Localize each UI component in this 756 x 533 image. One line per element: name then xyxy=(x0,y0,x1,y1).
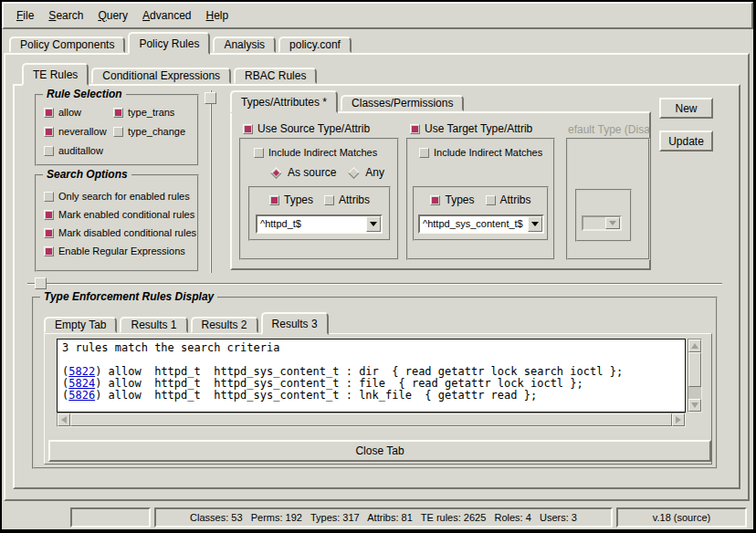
tab-rbac-rules[interactable]: RBAC Rules xyxy=(234,68,317,84)
pane-sash-grip-vertical[interactable] xyxy=(205,92,216,104)
checkbox-indicator xyxy=(254,148,264,158)
source-types-frame: Types Attribs ^httpd_t$ xyxy=(248,186,391,241)
rule-id-link[interactable]: 5824 xyxy=(68,377,95,390)
checkbox-label: Attribs xyxy=(339,193,370,206)
checkbox-target-types[interactable]: Types xyxy=(430,193,474,206)
menu-advanced[interactable]: Advanced xyxy=(142,9,191,22)
new-button[interactable]: New xyxy=(659,98,713,119)
combobox-value[interactable]: ^httpd_t$ xyxy=(257,216,366,232)
checkbox-allow[interactable]: allow xyxy=(44,107,113,118)
checkbox-label: Include Indirect Matches xyxy=(434,147,542,158)
menu-label: ile xyxy=(23,9,34,22)
checkbox-type-trans[interactable]: type_trans xyxy=(113,107,197,118)
tab-types-attributes[interactable]: Types/Attributes * xyxy=(230,90,338,113)
checkbox-indicator xyxy=(324,195,334,205)
checkbox-source-types[interactable]: Types xyxy=(269,193,313,206)
menu-help[interactable]: Help xyxy=(205,9,228,22)
checkbox-target-attribs[interactable]: Attribs xyxy=(486,193,531,206)
tab-results-2[interactable]: Results 2 xyxy=(191,317,258,333)
tab-label: Results 2 xyxy=(202,319,247,331)
checkbox-indicator xyxy=(243,124,253,134)
menu-search[interactable]: Search xyxy=(48,9,83,22)
tab-empty[interactable]: Empty Tab xyxy=(44,317,117,333)
target-types-row: Types Attribs xyxy=(415,193,547,206)
checkbox-only-enabled-rules[interactable]: Only search for enabled rules xyxy=(44,191,197,202)
checkbox-use-source-type[interactable]: Use Source Type/Attrib xyxy=(243,122,370,135)
checkbox-indicator xyxy=(410,124,420,134)
scrollbar-thumb[interactable] xyxy=(70,413,672,426)
group-title: Type Enforcement Rules Display xyxy=(40,290,217,303)
tab-label: Analysis xyxy=(224,38,265,51)
checkbox-indicator xyxy=(44,108,54,118)
radio-indicator xyxy=(270,167,282,179)
arrow-down-icon[interactable] xyxy=(688,399,701,412)
radio-any[interactable]: Any xyxy=(348,166,384,179)
checkbox-neverallow[interactable]: neverallow xyxy=(44,126,113,137)
chevron-down-icon[interactable] xyxy=(528,216,542,232)
menu-file[interactable]: File xyxy=(16,9,34,22)
results-text-area[interactable]: 3 rules match the search criteria (5822)… xyxy=(57,339,686,413)
combobox-value[interactable]: ^httpd_sys_content_t$ xyxy=(420,216,528,232)
radio-as-source[interactable]: As source xyxy=(270,166,336,179)
results-horizontal-scrollbar[interactable] xyxy=(57,413,686,427)
checkbox-use-target-type[interactable]: Use Target Type/Attrib xyxy=(410,122,532,135)
checkbox-label: neverallow xyxy=(58,126,107,137)
tab-label: Empty Tab xyxy=(55,319,106,331)
rule-id-link[interactable]: 5822 xyxy=(68,365,95,378)
checkbox-indicator xyxy=(269,195,279,205)
checkbox-enable-regex[interactable]: Enable Regular Expressions xyxy=(44,246,197,256)
checkbox-target-indirect[interactable]: Include Indirect Matches xyxy=(419,147,542,158)
checkbox-type-change[interactable]: type_change xyxy=(113,126,197,137)
checkbox-auditallow[interactable]: auditallow xyxy=(44,145,113,156)
menu-label: Q xyxy=(98,9,106,22)
target-type-combobox[interactable]: ^httpd_sys_content_t$ xyxy=(418,214,544,234)
tab-policy-conf[interactable]: policy.conf xyxy=(278,37,352,53)
tab-label: Policy Components xyxy=(20,38,114,51)
arrow-right-icon[interactable] xyxy=(672,413,685,426)
checkbox-indicator xyxy=(419,148,429,158)
update-button[interactable]: Update xyxy=(659,131,713,152)
pane-sash-grip-horizontal[interactable] xyxy=(35,277,47,289)
checkbox-source-attribs[interactable]: Attribs xyxy=(324,193,370,206)
source-type-combobox[interactable]: ^httpd_t$ xyxy=(256,214,383,234)
results-vertical-scrollbar[interactable] xyxy=(688,339,702,413)
rule-text: ) allow httpd_t httpd_sys_content_t : fi… xyxy=(95,377,583,390)
tab-label: TE Rules xyxy=(33,68,78,81)
chevron-down-icon[interactable] xyxy=(366,216,381,232)
tab-te-rules[interactable]: TE Rules xyxy=(22,63,89,86)
tab-results-3[interactable]: Results 3 xyxy=(261,312,329,335)
apol-window: File Search Query Advanced Help Policy C… xyxy=(0,0,756,533)
menu-query[interactable]: Query xyxy=(98,9,128,22)
radio-label: As source xyxy=(288,166,336,179)
scrollbar-thumb[interactable] xyxy=(688,352,701,387)
tab-label: policy.conf xyxy=(289,38,341,51)
results-summary: 3 rules match the search criteria xyxy=(62,342,680,354)
tab-classes-permissions[interactable]: Classes/Permissions xyxy=(341,95,464,111)
tab-label: Types/Attributes * xyxy=(241,96,327,109)
menu-label: dvanced xyxy=(150,9,191,22)
status-cell-empty xyxy=(70,507,151,528)
checkbox-label: type_trans xyxy=(128,107,174,118)
rule-id-link[interactable]: 5826 xyxy=(68,389,95,402)
rules-tab-bar: TE Rules Conditional Expressions RBAC Ru… xyxy=(22,63,320,86)
main-tab-bar: Policy Components Policy Rules Analysis … xyxy=(9,32,354,55)
tab-label: Conditional Expressions xyxy=(102,69,220,82)
menu-label: elp xyxy=(214,9,228,22)
tab-label: Policy Rules xyxy=(139,37,199,50)
default-type-panel xyxy=(566,138,650,260)
checkbox-label: Use Source Type/Attrib xyxy=(257,122,370,135)
checkbox-mark-disabled-conditional[interactable]: Mark disabled conditional rules xyxy=(44,227,197,238)
rule-text: ) allow httpd_t httpd_sys_content_t : di… xyxy=(95,365,623,378)
arrow-left-icon[interactable] xyxy=(58,413,70,426)
tab-label: RBAC Rules xyxy=(245,69,306,82)
tab-conditional-expressions[interactable]: Conditional Expressions xyxy=(91,68,231,84)
checkbox-mark-enabled-conditional[interactable]: Mark enabled conditional rules xyxy=(44,209,197,220)
rule-line: (5826) allow httpd_t httpd_sys_content_t… xyxy=(62,390,680,402)
tab-policy-rules[interactable]: Policy Rules xyxy=(128,32,210,55)
checkbox-source-indirect[interactable]: Include Indirect Matches xyxy=(254,147,377,158)
arrow-up-icon[interactable] xyxy=(688,340,701,352)
tab-results-1[interactable]: Results 1 xyxy=(120,317,187,333)
tab-policy-components[interactable]: Policy Components xyxy=(9,37,125,53)
tab-analysis[interactable]: Analysis xyxy=(213,37,276,53)
close-tab-button[interactable]: Close Tab xyxy=(48,440,711,462)
